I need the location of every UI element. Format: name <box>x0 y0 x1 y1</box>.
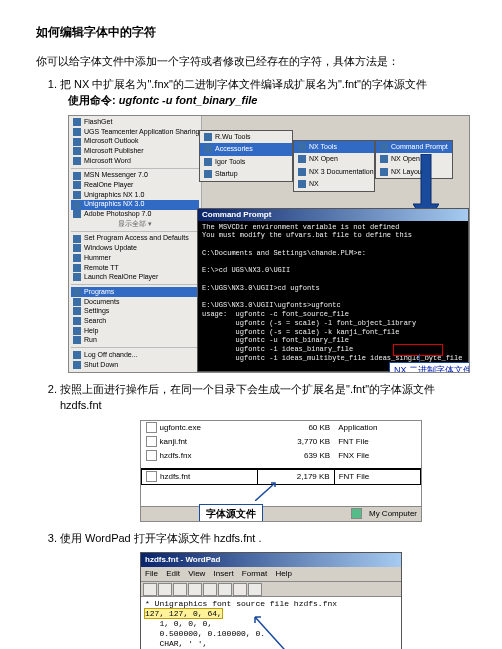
startmenu-collapse[interactable]: 显示全部 ▾ <box>71 219 199 229</box>
submenu-item[interactable]: NX Tools <box>294 141 374 154</box>
submenu-item[interactable]: NX Open <box>294 153 374 166</box>
startmenu-logoff[interactable]: Log Off chande... <box>71 350 199 360</box>
startmenu-item[interactable]: Windows Update <box>71 244 199 254</box>
startmenu-item[interactable]: Microsoft Outlook <box>71 137 199 147</box>
menu-file[interactable]: File <box>145 569 158 578</box>
screenshot-wordpad: hzdfs.fnt - WordPad File Edit View Inser… <box>140 552 402 649</box>
menu-help[interactable]: Help <box>275 569 291 578</box>
arrow-icon <box>253 615 297 649</box>
toolbar-btn[interactable] <box>248 583 262 596</box>
step1-cmd-label: 使用命令: <box>68 94 119 106</box>
toolbar-btn[interactable] <box>173 583 187 596</box>
startmenu-item[interactable]: FlashGet <box>71 118 199 128</box>
computer-icon <box>351 508 362 519</box>
callout-nx-binary: NX 二进制字体文件 <box>389 362 470 373</box>
submenu-programs[interactable]: R.Wu Tools Accessories Igor Tools Startu… <box>199 130 293 182</box>
explorer-statusbar: My Computer <box>141 506 421 521</box>
startmenu-settings[interactable]: Settings <box>71 307 199 317</box>
file-icon <box>146 422 157 433</box>
submenu-item[interactable]: R.Wu Tools <box>200 131 292 144</box>
cmd-titlebar[interactable]: Command Prompt <box>198 209 468 221</box>
toolbar-btn[interactable] <box>233 583 247 596</box>
arrow-icon <box>255 481 285 501</box>
step-2: 按照上面进行操作后，在同一个目录下会生成一个扩展名是".fnt"的字体源文件 h… <box>60 381 466 522</box>
startmenu-search[interactable]: Search <box>71 316 199 326</box>
step2-text: 按照上面进行操作后，在同一个目录下会生成一个扩展名是".fnt"的字体源文件 h… <box>60 383 435 412</box>
startmenu-item[interactable]: Set Program Access and Defaults <box>71 234 199 244</box>
start-menu[interactable]: FlashGet UGS Teamcenter Application Shar… <box>69 116 202 372</box>
step-1: 把 NX 中扩展名为".fnx"的二进制字体文件编译成扩展名为".fnt"的字体… <box>60 76 466 373</box>
screenshot-filelist: ugfontc.exe 60 KB Application kanji.fnt … <box>140 420 422 522</box>
submenu-item[interactable]: Accessories <box>200 143 292 156</box>
startmenu-item[interactable]: Microsoft Word <box>71 156 199 166</box>
step1-cmd: ugfontc -u font_binary_file <box>119 94 258 106</box>
toolbar-btn[interactable] <box>218 583 232 596</box>
submenu-item[interactable]: Startup <box>200 168 292 181</box>
callout-source-file: 字体源文件 <box>199 504 263 522</box>
submenu-accessories[interactable]: NX Tools NX Open NX 3 Documentation NX <box>293 140 375 192</box>
startmenu-item[interactable]: Unigraphics NX 3.0 <box>71 200 199 210</box>
wordpad-menubar[interactable]: File Edit View Insert Format Help <box>141 567 401 582</box>
startmenu-item[interactable]: Microsoft Publisher <box>71 147 199 157</box>
submenu-item[interactable]: Command Prompt <box>376 141 452 154</box>
startmenu-item[interactable]: UGS Teamcenter Application Sharing <box>71 127 199 137</box>
toolbar-btn[interactable] <box>203 583 217 596</box>
toolbar-btn[interactable] <box>143 583 157 596</box>
menu-edit[interactable]: Edit <box>166 569 180 578</box>
page-title: 如何编辑字体中的字符 <box>36 24 466 41</box>
file-icon <box>146 471 157 482</box>
toolbar-btn[interactable] <box>188 583 202 596</box>
toolbar-btn[interactable] <box>158 583 172 596</box>
table-row[interactable]: hzdfs.fnx 639 KB FNX File <box>142 449 421 463</box>
screenshot-start-cmd: FlashGet UGS Teamcenter Application Shar… <box>68 115 470 373</box>
startmenu-item[interactable]: Launch RealOne Player <box>71 273 199 283</box>
startmenu-shutdown[interactable]: Shut Down <box>71 360 199 370</box>
startmenu-item[interactable]: MSN Messenger 7.0 <box>71 171 199 181</box>
startmenu-item[interactable]: Unigraphics NX 1.0 <box>71 190 199 200</box>
callout-connector <box>419 354 420 362</box>
submenu-item[interactable]: NX <box>294 178 374 191</box>
startmenu-help[interactable]: Help <box>71 326 199 336</box>
submenu-item[interactable]: Igor Tools <box>200 156 292 169</box>
step3-text: 使用 WordPad 打开字体源文件 hzdfs.fnt . <box>60 532 262 544</box>
file-icon <box>146 436 157 447</box>
programs-icon <box>73 288 81 296</box>
wordpad-titlebar[interactable]: hzdfs.fnt - WordPad <box>141 553 401 567</box>
submenu-item[interactable]: NX 3 Documentation <box>294 166 374 179</box>
file-icon <box>146 450 157 461</box>
startmenu-programs[interactable]: Programs <box>71 287 199 297</box>
step-3: 使用 WordPad 打开字体源文件 hzdfs.fnt . hzdfs.fnt… <box>60 530 466 650</box>
highlighted-line: 127, 127, 0, 64, <box>145 609 222 618</box>
startmenu-item[interactable]: Remote TT <box>71 263 199 273</box>
highlight-box <box>393 344 443 356</box>
startmenu-item[interactable]: Hummer <box>71 253 199 263</box>
table-row[interactable]: ugfontc.exe 60 KB Application <box>142 421 421 435</box>
startmenu-run[interactable]: Run <box>71 336 199 346</box>
step1-text: 把 NX 中扩展名为".fnx"的二进制字体文件编译成扩展名为".fnt"的字体… <box>60 78 427 90</box>
startmenu-item[interactable]: Adobe Photoshop 7.0 <box>71 210 199 220</box>
startmenu-item[interactable]: RealOne Player <box>71 181 199 191</box>
table-row[interactable]: kanji.fnt 3,770 KB FNT File <box>142 435 421 449</box>
file-list-table[interactable]: ugfontc.exe 60 KB Application kanji.fnt … <box>141 421 421 485</box>
startmenu-documents[interactable]: Documents <box>71 297 199 307</box>
menu-view[interactable]: View <box>188 569 205 578</box>
wordpad-toolbar[interactable] <box>141 582 401 597</box>
intro-text: 你可以给字体文件中添加一个字符或者修改已经存在的字符，具体方法是： <box>36 53 466 70</box>
menu-insert[interactable]: Insert <box>214 569 234 578</box>
menu-format[interactable]: Format <box>242 569 267 578</box>
